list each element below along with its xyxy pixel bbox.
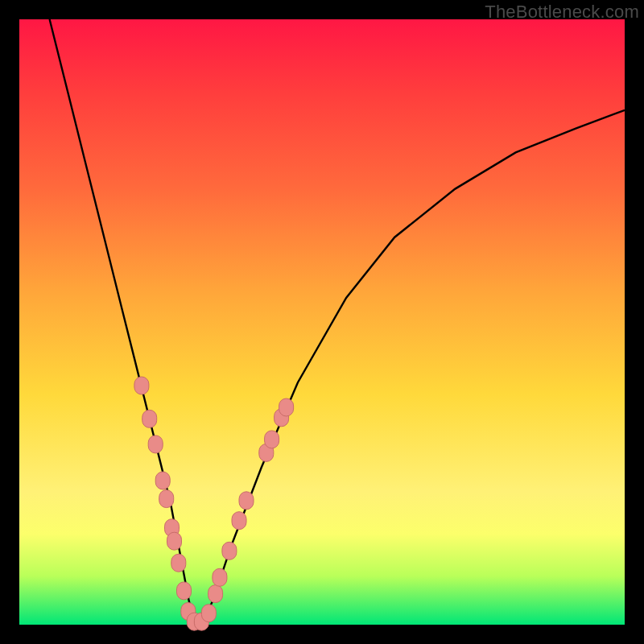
watermark-text: TheBottleneck.com [485, 2, 639, 23]
data-marker [177, 582, 192, 600]
data-marker [167, 532, 182, 550]
data-marker [155, 472, 170, 489]
outer-frame: TheBottleneck.com [0, 0, 644, 644]
data-markers [134, 377, 294, 630]
data-marker [171, 554, 186, 572]
chart-svg [19, 19, 625, 625]
data-marker [232, 512, 246, 530]
data-marker [208, 585, 223, 603]
data-marker [265, 431, 279, 448]
data-marker [279, 398, 294, 416]
bottleneck-curve [50, 19, 625, 625]
data-marker [213, 568, 227, 586]
data-marker [201, 605, 216, 622]
plot-area [19, 19, 625, 625]
data-marker [239, 492, 254, 510]
data-marker [159, 490, 174, 508]
data-marker [142, 410, 157, 427]
data-marker [134, 377, 149, 394]
data-marker [148, 436, 163, 453]
data-marker [222, 542, 237, 559]
